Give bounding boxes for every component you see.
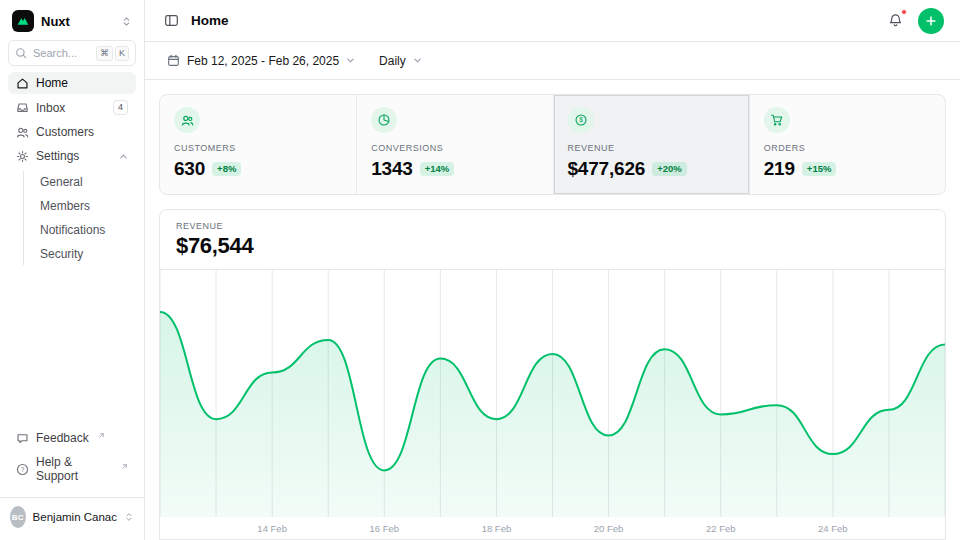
brand-name: Nuxt <box>41 14 70 29</box>
page-header: Home <box>145 0 960 42</box>
sidebar-item-label: Members <box>40 199 90 213</box>
brand-row: Nuxt <box>8 8 136 34</box>
help-support-link[interactable]: ? Help & Support <box>8 451 136 487</box>
date-range-picker[interactable]: Feb 12, 2025 - Feb 26, 2025 <box>159 49 363 73</box>
chevron-up-icon <box>119 152 128 161</box>
app-root: Nuxt Search... ⌘ K Home <box>0 0 960 540</box>
svg-text:16 Feb: 16 Feb <box>369 523 399 534</box>
chevron-select-icon <box>124 512 134 522</box>
sidebar-item-general[interactable]: General <box>34 171 136 193</box>
svg-text:20 Feb: 20 Feb <box>594 523 624 534</box>
dashboard-content: CUSTOMERS 630 +8% CONVERSIONS 1343 +14% <box>145 80 960 540</box>
notifications-button[interactable] <box>885 10 906 31</box>
stat-label: ORDERS <box>764 143 931 153</box>
notification-dot <box>901 9 907 15</box>
stat-label: CONVERSIONS <box>371 143 538 153</box>
stat-label: REVENUE <box>568 143 735 153</box>
user-name: Benjamin Canac <box>33 511 117 523</box>
stat-delta-badge: +20% <box>652 162 687 177</box>
sidebar-item-label: Home <box>36 76 68 90</box>
period-select[interactable]: Daily <box>371 49 430 73</box>
svg-text:18 Feb: 18 Feb <box>482 523 512 534</box>
svg-text:$: $ <box>579 116 583 123</box>
svg-text:14 Feb: 14 Feb <box>257 523 287 534</box>
avatar: BC <box>10 506 26 528</box>
external-link-icon <box>98 432 105 439</box>
inbox-icon <box>16 101 29 114</box>
sidebar-item-label: General <box>40 175 83 189</box>
stat-card-revenue[interactable]: $ REVENUE $477,626 +20% <box>553 95 749 194</box>
calendar-icon <box>167 54 180 67</box>
chart-metric-value: $76,544 <box>176 233 929 259</box>
stat-value: 630 <box>174 158 205 180</box>
shopping-cart-icon <box>764 107 790 133</box>
sidebar-item-inbox[interactable]: Inbox 4 <box>8 96 136 119</box>
sidebar-item-settings[interactable]: Settings <box>8 145 136 167</box>
stat-card-customers[interactable]: CUSTOMERS 630 +8% <box>160 95 356 194</box>
sidebar-footer: Feedback ? Help & Support <box>8 427 136 487</box>
revenue-chart[interactable]: 14 Feb16 Feb18 Feb20 Feb22 Feb24 Feb <box>160 270 945 539</box>
svg-text:24 Feb: 24 Feb <box>818 523 848 534</box>
sidebar-item-label: Help & Support <box>36 455 112 483</box>
chart-pie-icon <box>371 107 397 133</box>
stat-delta-badge: +14% <box>420 162 455 177</box>
search-shortcut: ⌘ K <box>96 46 129 61</box>
message-icon <box>16 432 29 445</box>
date-range-label: Feb 12, 2025 - Feb 26, 2025 <box>187 54 339 68</box>
header-actions <box>885 8 944 34</box>
chart-metric-label: REVENUE <box>176 221 929 231</box>
settings-subnav: General Members Notifications Security <box>23 171 136 265</box>
users-icon <box>174 107 200 133</box>
main-area: Home Feb 12, 2025 - Feb 26, 2025 <box>145 0 960 540</box>
page-title: Home <box>191 13 229 28</box>
stats-row: CUSTOMERS 630 +8% CONVERSIONS 1343 +14% <box>159 94 946 195</box>
sidebar-item-home[interactable]: Home <box>8 72 136 94</box>
add-button[interactable] <box>918 8 944 34</box>
sidebar-item-label: Notifications <box>40 223 105 237</box>
kbd-cmd: ⌘ <box>96 46 113 61</box>
search-placeholder: Search... <box>33 47 77 59</box>
sidebar-item-customers[interactable]: Customers <box>8 121 136 143</box>
stat-value: 1343 <box>371 158 412 180</box>
sidebar-nav: Home Inbox 4 Customers Settings <box>8 72 136 265</box>
stat-delta-badge: +8% <box>212 162 241 177</box>
search-icon <box>15 47 27 59</box>
sidebar-item-notifications[interactable]: Notifications <box>34 219 136 241</box>
sidebar-item-label: Inbox <box>36 101 65 115</box>
gear-icon <box>16 150 29 163</box>
sidebar-item-security[interactable]: Security <box>34 243 136 265</box>
sidebar-spacer <box>8 271 136 421</box>
revenue-chart-card: REVENUE $76,544 14 Feb16 Feb18 Feb20 Feb… <box>159 209 946 540</box>
stat-card-orders[interactable]: ORDERS 219 +15% <box>749 95 945 194</box>
nuxt-logo <box>12 10 34 32</box>
inbox-count-badge: 4 <box>113 100 128 115</box>
chart-header: REVENUE $76,544 <box>160 210 945 270</box>
kbd-k: K <box>115 46 129 61</box>
svg-text:22 Feb: 22 Feb <box>706 523 736 534</box>
svg-text:?: ? <box>21 465 25 472</box>
feedback-link[interactable]: Feedback <box>8 427 136 449</box>
user-menu[interactable]: BC Benjamin Canac <box>0 497 144 532</box>
stat-label: CUSTOMERS <box>174 143 342 153</box>
collapse-panel-button[interactable] <box>161 10 182 31</box>
home-icon <box>16 77 29 90</box>
sidebar-item-label: Feedback <box>36 431 89 445</box>
workspace-switcher-icon[interactable] <box>119 14 134 29</box>
chevron-down-icon <box>413 56 422 65</box>
period-label: Daily <box>379 54 406 68</box>
sidebar-item-members[interactable]: Members <box>34 195 136 217</box>
stat-delta-badge: +15% <box>802 162 837 177</box>
filter-toolbar: Feb 12, 2025 - Feb 26, 2025 Daily <box>145 42 960 80</box>
dollar-circle-icon: $ <box>568 107 594 133</box>
search-input[interactable]: Search... ⌘ K <box>8 40 136 66</box>
sidebar: Nuxt Search... ⌘ K Home <box>0 0 145 540</box>
stat-value: $477,626 <box>568 158 646 180</box>
sidebar-item-label: Security <box>40 247 83 261</box>
external-link-icon <box>121 463 128 470</box>
chevron-down-icon <box>346 56 355 65</box>
stat-card-conversions[interactable]: CONVERSIONS 1343 +14% <box>356 95 552 194</box>
sidebar-item-label: Settings <box>36 149 79 163</box>
users-icon <box>16 126 29 139</box>
stat-value: 219 <box>764 158 795 180</box>
help-circle-icon: ? <box>16 463 29 476</box>
